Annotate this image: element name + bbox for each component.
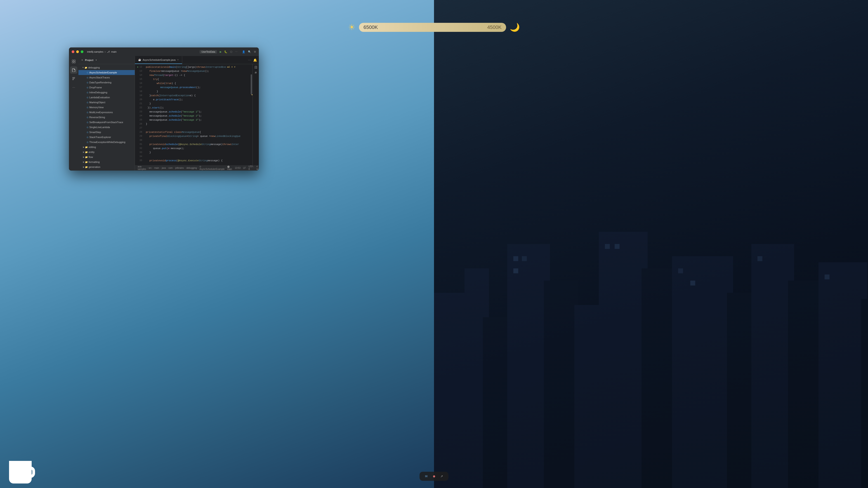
tree-item-smart-step[interactable]: ⊙ SmartStep [79, 130, 135, 135]
branch-icon: ⎇ [107, 51, 110, 53]
account-icon[interactable]: 👤 [242, 51, 245, 53]
folder-icon-entity: 📁 [85, 151, 88, 153]
window-minimize-button[interactable] [76, 51, 79, 53]
tree-item-async-stack-traces[interactable]: ⊙ AsyncStackTraces [79, 75, 135, 80]
search-icon[interactable]: 🔍 [248, 51, 251, 53]
svg-point-27 [72, 77, 73, 78]
branch-name: main [111, 51, 117, 53]
scroll-thumb[interactable] [251, 74, 252, 94]
tab-more-icon[interactable]: ⋯ [248, 58, 251, 62]
line-num-12: ▶ 12 [135, 65, 142, 69]
tree-item-entity[interactable]: ▶ 📁 entity [79, 150, 135, 155]
tree-item-drop-frame[interactable]: ⊙ DropFrame [79, 85, 135, 90]
line-num-19: 19 [135, 94, 142, 98]
window-maximize-button[interactable] [81, 51, 84, 53]
code-content[interactable]: public static void main ( String [] args… [144, 64, 250, 165]
tree-item-inspections[interactable]: ▶ 📁 inspections [79, 169, 135, 170]
code-line-14: new Thread ( target: () -> { [146, 73, 248, 77]
code-editor: ▶ 12 13 14 15 16 17 18 19 20 21 22 23 24… [135, 64, 259, 165]
tree-root-folder[interactable]: ▼ 📁 debugging [79, 65, 135, 70]
tree-folder-entity: entity [89, 151, 94, 153]
more-button[interactable]: ⋯ [235, 51, 238, 53]
activity-vcs-icon[interactable] [70, 75, 77, 82]
coverage-button[interactable]: ⬡ [230, 51, 232, 53]
tree-item-label-10: SetBreakpointFromStackTrace [89, 121, 123, 124]
file-icon-11: ⊙ [87, 126, 88, 129]
tree-item-label-14: ThrowExceptionWhileDebugging [89, 141, 125, 143]
line-ending-value: LF [243, 167, 246, 169]
tree-item-multiline[interactable]: ⊙ MultiLineExpressions [79, 110, 135, 115]
tree-item-throw-exception[interactable]: ⊙ ThrowExceptionWhileDebugging [79, 140, 135, 144]
tree-item-lambda-eval[interactable]: ⊙ LambdaEvaluation [79, 95, 135, 100]
right-icon-bookmark[interactable] [254, 65, 257, 70]
code-line-12: public static void main ( String [] args… [146, 65, 248, 69]
code-line-15: try { [146, 77, 248, 81]
tree-item-inline-debug[interactable]: ⊙ InlineDebugging [79, 90, 135, 95]
tree-item-label-11: SingleLineLambda [89, 126, 110, 129]
tree-item-data-type[interactable]: ⊙ DataTypeRendering [79, 80, 135, 85]
line-num-14: 14 [135, 73, 142, 77]
code-line-27 [146, 126, 248, 130]
line-num-21: 21 [135, 102, 142, 106]
tree-item-formatting[interactable]: ▶ 📁 formatting [79, 160, 135, 164]
activity-files-icon[interactable] [70, 66, 77, 74]
settings-icon[interactable]: ⚙ [254, 51, 256, 53]
line-num-24: 24 [135, 114, 142, 118]
tree-item-marking-object[interactable]: ⊙ MarkingObject [79, 100, 135, 105]
debug-button[interactable]: 🐛 [224, 51, 227, 53]
file-icon-4: ⊙ [87, 91, 88, 94]
line-num-16: 16 [135, 81, 142, 86]
window-close-button[interactable] [72, 51, 74, 53]
tree-item-async-scheduler[interactable]: ⊙ AsyncSchedulerExample [79, 70, 135, 75]
tree-item-reverse-string[interactable]: ⊙ ReverseString [79, 115, 135, 120]
status-encoding[interactable]: UTF-8 [248, 165, 254, 170]
run-button[interactable]: ▶ [220, 51, 221, 53]
tree-item-memory-view[interactable]: ⊙ MemoryView [79, 105, 135, 110]
tree-item-generation[interactable]: ▶ 📁 generation [79, 164, 135, 169]
code-line-31: private void schedule ( @Async.Schedule … [146, 142, 248, 147]
tab-filename: AsyncSchedulerExample.java [143, 59, 176, 61]
folder-icon-flow: 📁 [85, 156, 88, 158]
activity-project-icon[interactable] [70, 58, 77, 65]
svg-rect-23 [72, 60, 73, 61]
project-dropdown-icon[interactable]: ▾ [96, 59, 97, 61]
tree-item-label-12: SmartStep [89, 131, 101, 133]
code-line-21: } [146, 102, 248, 106]
encoding-value: UTF-8 [248, 165, 254, 170]
tree-item-label-4: InlineDebugging [89, 91, 107, 94]
line-num-30: 30 [135, 138, 142, 142]
activity-more-icon[interactable]: ··· [70, 84, 77, 91]
code-line-20: e. printStackTrace (); [146, 98, 248, 102]
tree-item-editing[interactable]: ▶ 📁 editing [79, 144, 135, 150]
svg-point-29 [74, 77, 75, 78]
tree-item-label-13: StackTraceExplorer [89, 136, 111, 138]
time-value: 13:53 [235, 167, 241, 169]
file-icon-2: ⊙ [87, 81, 88, 84]
code-line-28: private static final class MessageQueue … [146, 130, 248, 134]
project-header: ▼ Project ▾ [79, 56, 135, 64]
ide-window: intellij-samples › ⎇ main UserTestData ▶… [69, 47, 259, 170]
tree-item-flow[interactable]: ▶ 📁 flow [79, 155, 135, 160]
scroll-track[interactable] [250, 64, 252, 165]
project-header-label: Project [85, 59, 93, 61]
tree-item-label-6: MarkingObject [89, 101, 105, 104]
right-panel: m [252, 64, 259, 165]
tab-close-button[interactable]: ✕ [177, 59, 179, 61]
line-numbers: ▶ 12 13 14 15 16 17 18 19 20 21 22 23 24… [135, 64, 144, 165]
tree-item-label-2: DataTypeRendering [89, 81, 112, 84]
tree-item-single-line[interactable]: ⊙ SingleLineLambda [79, 125, 135, 130]
tree-item-stack-trace-explorer[interactable]: ⊙ StackTraceExplorer [79, 135, 135, 140]
notification-icon[interactable]: 🔔 [253, 58, 257, 62]
status-time: 13:53 [235, 165, 241, 170]
line-num-22: 22 [135, 106, 142, 110]
line-num-35: 35 [135, 159, 142, 163]
file-icon-8: ⊙ [87, 111, 88, 113]
entity-arrow: ▶ [83, 151, 85, 153]
file-icon-12: ⊙ [87, 131, 88, 133]
tab-async-scheduler[interactable]: ☕ AsyncSchedulerExample.java ✕ [135, 56, 182, 64]
run-config-name: UserTestData [199, 50, 217, 54]
tab-bar-actions: ⋯ 🔔 [246, 58, 259, 62]
tree-item-set-breakpoint[interactable]: ⊙ SetBreakpointFromStackTrace [79, 120, 135, 125]
line-num-15: 15 [135, 77, 142, 81]
status-line-ending[interactable]: LF [243, 165, 246, 170]
